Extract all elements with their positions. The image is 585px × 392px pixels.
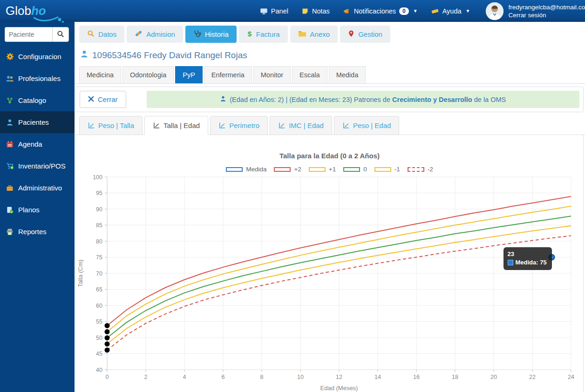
legend-item-2[interactable]: -2 — [408, 166, 433, 173]
notification-count-badge: 0 — [399, 7, 409, 15]
growth-info-bar: (Edad en Años: 2) | (Edad en Meses: 23) … — [147, 91, 579, 108]
chart-line-icon — [278, 122, 286, 129]
svg-text:Talla (Cm): Talla (Cm) — [77, 259, 84, 287]
user-menu[interactable]: fredyrangelcba@hotmail.co Cerrar sesión — [486, 2, 585, 20]
sidebar-item-catalogo[interactable]: Catalogo — [0, 89, 75, 111]
sidebar-item-inventario-pos[interactable]: Inventario/POS — [0, 155, 75, 177]
logo-text-1: Glob — [6, 4, 31, 18]
legend-item-1[interactable]: +1 — [309, 166, 336, 173]
legend-swatch — [408, 167, 424, 172]
legend-item-medida[interactable]: Medida — [226, 166, 266, 173]
chart-tab-label: Talla | Edad — [163, 122, 200, 129]
legend-item-0[interactable]: 0 — [343, 166, 367, 173]
tab-medicina[interactable]: Medicina — [79, 66, 121, 83]
nav-item-notificaciones[interactable]: Notificaciones0▼ — [343, 7, 418, 15]
svg-text:4: 4 — [183, 374, 186, 380]
legend-item-1[interactable]: -1 — [374, 166, 400, 173]
avatar[interactable] — [486, 2, 503, 20]
svg-text:40: 40 — [96, 367, 102, 373]
svg-text:12: 12 — [336, 374, 342, 380]
chart-tab-label: IMC | Edad — [289, 122, 324, 129]
search-orange-icon — [87, 30, 95, 39]
legend-label: +1 — [329, 166, 336, 173]
svg-text:95: 95 — [96, 190, 102, 196]
tab-odontologia[interactable]: Odontologia — [122, 66, 174, 83]
tab-monitor[interactable]: Monitor — [253, 66, 291, 83]
user-email: fredyrangelcba@hotmail.co — [508, 3, 585, 11]
chart-tab-peso-edad[interactable]: Peso | Edad — [334, 116, 399, 135]
legend-swatch — [226, 167, 243, 172]
svg-text:85: 85 — [96, 222, 102, 229]
svg-text:80: 80 — [96, 238, 102, 245]
svg-text:6: 6 — [222, 374, 225, 380]
nav-item-ayuda[interactable]: Ayuda▼ — [431, 7, 470, 15]
growth-chart: 4045505560657075808590951000246810121416… — [76, 175, 583, 392]
chart-line-icon — [153, 122, 160, 129]
tab-anexo[interactable]: Anexo — [290, 26, 338, 43]
pyp-header-panel: Cerrar (Edad en Años: 2) | (Edad en Mese… — [75, 87, 584, 112]
folder-icon — [298, 30, 306, 39]
catalog-icon — [6, 97, 14, 104]
chart-tab-perimetro[interactable]: Perimetro — [210, 116, 268, 135]
sidebar-item-reportes[interactable]: Reportes — [0, 221, 75, 243]
tab-datos[interactable]: Datos — [79, 26, 124, 43]
professionals-icon — [6, 75, 14, 82]
chevron-down-icon: ▼ — [413, 8, 418, 14]
sidebar-item-label: Administrativo — [18, 184, 62, 192]
svg-text:50: 50 — [96, 335, 102, 341]
svg-text:60: 60 — [96, 303, 102, 309]
tab-historia[interactable]: Historia — [185, 26, 237, 43]
svg-text:14: 14 — [374, 374, 381, 380]
chart-line-icon — [342, 122, 350, 129]
bandage-icon — [135, 30, 143, 39]
sidebar-item-label: Profesionales — [18, 74, 61, 82]
tab-medida[interactable]: Medida — [329, 66, 366, 83]
nav-item-notas[interactable]: Notas — [301, 7, 330, 15]
svg-text:20: 20 — [490, 374, 497, 380]
tab-pyp[interactable]: PyP — [175, 66, 203, 83]
svg-text:75: 75 — [96, 254, 102, 261]
svg-text:16: 16 — [413, 374, 420, 380]
nav-item-panel[interactable]: Panel — [260, 7, 288, 15]
info-bar-suffix: de la OMS — [472, 96, 506, 103]
sidebar-item-planos[interactable]: Planos — [0, 199, 75, 221]
svg-text:0: 0 — [106, 374, 109, 380]
logout-link[interactable]: Cerrar sesión — [508, 11, 585, 19]
tooltip-series-swatch — [508, 260, 513, 265]
chevron-down-icon: ▼ — [466, 8, 470, 14]
sidebar-item-administrativo[interactable]: Administrativo — [0, 177, 75, 199]
chart-tab-peso-talla[interactable]: Peso | Talla — [79, 116, 143, 135]
patient-search-input[interactable] — [5, 27, 52, 42]
stethoscope-icon — [193, 30, 201, 39]
pin-icon: 24 — [348, 30, 354, 39]
app-logo[interactable]: Globho — [0, 4, 77, 18]
info-bar-bold: Crecimiento y Desarrollo — [392, 96, 472, 103]
tab-gestion[interactable]: 24Gestion — [340, 26, 390, 43]
tab-admision[interactable]: Admision — [127, 26, 183, 43]
chart-tab-imc-edad[interactable]: IMC | Edad — [270, 116, 332, 135]
chart-tab-label: Peso | Talla — [98, 122, 134, 129]
nav-item-label: Notas — [312, 7, 330, 15]
chart-tab-talla-edad[interactable]: Talla | Edad — [144, 116, 208, 135]
patient-search-button[interactable] — [52, 27, 69, 42]
logo-swoosh-icon — [34, 16, 66, 23]
svg-text:55: 55 — [96, 318, 102, 325]
chart-title: Talla para la Edad (0 a 2 Años) — [76, 135, 583, 160]
close-icon — [88, 95, 94, 103]
chart-tab-label: Perimetro — [229, 122, 259, 129]
sidebar-item-pacientes[interactable]: Pacientes — [0, 111, 75, 133]
person-icon — [220, 95, 226, 103]
sidebar-item-agenda[interactable]: Agenda — [0, 133, 75, 155]
sidebar-item-profesionales[interactable]: Profesionales — [0, 68, 75, 89]
info-bar-text: (Edad en Años: 2) | (Edad en Meses: 23) … — [230, 96, 392, 103]
sidebar-item-configuracion[interactable]: Configuracion — [0, 46, 75, 68]
sidebar-item-label: Catalogo — [18, 96, 46, 104]
chart-line-icon — [88, 122, 95, 129]
tab-escala[interactable]: Escala — [292, 66, 327, 83]
close-button[interactable]: Cerrar — [80, 91, 126, 108]
legend-item-2[interactable]: +2 — [274, 166, 301, 173]
tab-enfermeria[interactable]: Enfermeria — [204, 66, 252, 83]
nav-item-label: Notificaciones — [354, 7, 396, 15]
tab-factura[interactable]: $Factura — [239, 26, 288, 43]
svg-text:10: 10 — [297, 374, 304, 380]
